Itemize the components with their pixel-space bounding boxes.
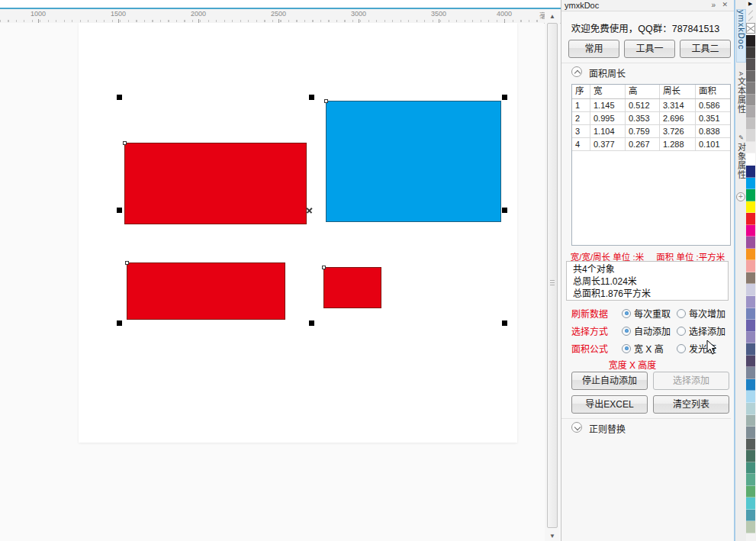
color-swatch[interactable] <box>746 439 755 451</box>
clear-list-button[interactable]: 清空列表 <box>653 395 729 414</box>
color-swatch[interactable] <box>746 71 755 83</box>
color-swatch[interactable] <box>746 118 755 130</box>
table-row[interactable]: 11.1450.5123.3140.586 <box>572 99 730 112</box>
radio-selected-icon[interactable] <box>622 309 631 318</box>
table-row[interactable]: 40.3770.2671.2880.101 <box>572 138 730 151</box>
radio-selected-icon[interactable] <box>622 344 631 353</box>
radio-option[interactable]: 每次增加 <box>677 307 725 320</box>
color-swatch[interactable] <box>746 272 755 285</box>
selection-handle[interactable] <box>117 208 122 213</box>
radio-option[interactable]: 选择添加 <box>677 324 725 337</box>
selection-center-mark[interactable] <box>306 207 313 214</box>
color-swatch[interactable] <box>746 510 755 522</box>
color-swatch[interactable] <box>746 142 755 154</box>
color-swatch[interactable] <box>746 296 755 308</box>
selection-handle[interactable] <box>117 95 122 100</box>
object-origin-node[interactable] <box>322 266 326 269</box>
color-swatch[interactable] <box>746 237 755 249</box>
color-swatch[interactable] <box>746 225 755 237</box>
scroll-down-button[interactable]: ▼ <box>545 530 560 541</box>
radio-option[interactable]: 自动添加 <box>622 324 671 337</box>
color-swatch[interactable] <box>746 308 755 320</box>
color-swatch[interactable] <box>746 379 755 391</box>
vertical-scrollbar[interactable]: ▲ ▼ <box>545 9 560 541</box>
section-header-regex[interactable]: 正则替换 <box>561 418 731 436</box>
color-swatch[interactable] <box>746 59 755 71</box>
radio-option[interactable]: 宽 X 高 <box>622 342 664 355</box>
color-swatch[interactable] <box>746 498 755 510</box>
selection-handle[interactable] <box>502 95 507 100</box>
docker-tab-object-properties[interactable]: ✎ 对象属性 <box>736 134 746 191</box>
color-swatch[interactable] <box>746 284 755 296</box>
radio-option[interactable]: 每次重取 <box>622 307 671 320</box>
radio-unselected-icon[interactable] <box>677 344 686 353</box>
color-swatch[interactable] <box>746 343 755 356</box>
shape-red-rect-2[interactable] <box>127 262 285 320</box>
color-swatch[interactable] <box>746 450 755 462</box>
selection-handle[interactable] <box>502 208 507 213</box>
radio-option[interactable]: 发光度 <box>677 342 716 355</box>
object-origin-node[interactable] <box>123 141 127 145</box>
color-swatch[interactable] <box>746 201 755 214</box>
color-swatch[interactable] <box>746 474 755 486</box>
color-swatch[interactable] <box>746 462 755 475</box>
radio-unselected-icon[interactable] <box>677 309 686 318</box>
shape-red-rect-1[interactable] <box>124 143 307 224</box>
color-swatch[interactable] <box>746 178 755 190</box>
color-swatch[interactable] <box>746 213 755 225</box>
color-swatch[interactable] <box>746 332 755 344</box>
color-swatch[interactable] <box>746 153 755 166</box>
drawing-canvas[interactable] <box>0 23 544 541</box>
color-swatch[interactable] <box>746 356 755 368</box>
color-swatch[interactable] <box>746 189 755 201</box>
shape-blue-rect[interactable] <box>326 101 501 222</box>
docker-tab-ymxkdoc[interactable]: ymxkDoc <box>736 9 746 63</box>
stop-auto-add-button[interactable]: 停止自动添加 <box>571 372 648 390</box>
object-origin-node[interactable] <box>125 261 129 265</box>
table-row[interactable]: 20.9950.3532.6960.351 <box>572 112 730 125</box>
collapse-down-icon[interactable] <box>571 422 582 433</box>
palette-flyout-icon[interactable]: ▶ <box>748 1 752 7</box>
panel-close-icon[interactable]: ✕ <box>722 1 728 9</box>
measurements-table[interactable]: 序宽高周长面积11.1450.5123.3140.58620.9950.3532… <box>571 84 731 246</box>
table-row[interactable]: 31.1040.7593.7260.838 <box>572 125 730 138</box>
quick-customize-icon[interactable]: + <box>736 192 745 201</box>
color-swatch[interactable] <box>746 486 755 498</box>
radio-unselected-icon[interactable] <box>677 327 686 336</box>
tab-button-tools2[interactable]: 工具二 <box>680 40 731 58</box>
color-swatch[interactable] <box>746 249 755 261</box>
scrollbar-thumb[interactable] <box>547 23 558 528</box>
export-excel-button[interactable]: 导出EXCEL <box>571 395 648 414</box>
color-swatch[interactable] <box>746 367 755 379</box>
radio-selected-icon[interactable] <box>622 327 631 336</box>
object-origin-node[interactable] <box>324 99 328 103</box>
color-swatch[interactable] <box>746 35 755 47</box>
selection-handle[interactable] <box>502 320 507 326</box>
color-swatch[interactable] <box>746 427 755 439</box>
selection-handle[interactable] <box>309 95 314 100</box>
color-swatch[interactable] <box>746 95 755 107</box>
color-swatch[interactable] <box>746 415 755 427</box>
color-swatch[interactable] <box>746 521 755 533</box>
section-header-area-perimeter[interactable]: 面积周长 <box>561 63 731 80</box>
color-swatch[interactable] <box>746 82 755 95</box>
color-swatch[interactable] <box>746 391 755 403</box>
selection-handle[interactable] <box>117 320 122 326</box>
scroll-up-button[interactable]: ▲ <box>545 11 560 23</box>
color-swatch[interactable] <box>746 260 755 272</box>
color-swatch[interactable] <box>746 130 755 142</box>
color-swatch[interactable] <box>746 166 755 178</box>
no-color-swatch[interactable] <box>746 23 755 34</box>
collapse-up-icon[interactable] <box>571 66 582 77</box>
table-cell: 3.314 <box>660 99 696 112</box>
panel-collapse-icon[interactable]: » <box>711 1 716 9</box>
tab-button-tools1[interactable]: 工具一 <box>624 40 675 58</box>
tab-button-common[interactable]: 常用 <box>568 40 619 58</box>
color-swatch[interactable] <box>746 320 755 332</box>
selection-handle[interactable] <box>309 320 314 326</box>
shape-red-rect-3[interactable] <box>323 267 381 308</box>
color-swatch[interactable] <box>746 47 755 60</box>
color-swatch[interactable] <box>746 106 755 118</box>
color-swatch[interactable] <box>746 403 755 415</box>
docker-tab-text-properties[interactable]: A 文本属性 <box>736 72 746 128</box>
